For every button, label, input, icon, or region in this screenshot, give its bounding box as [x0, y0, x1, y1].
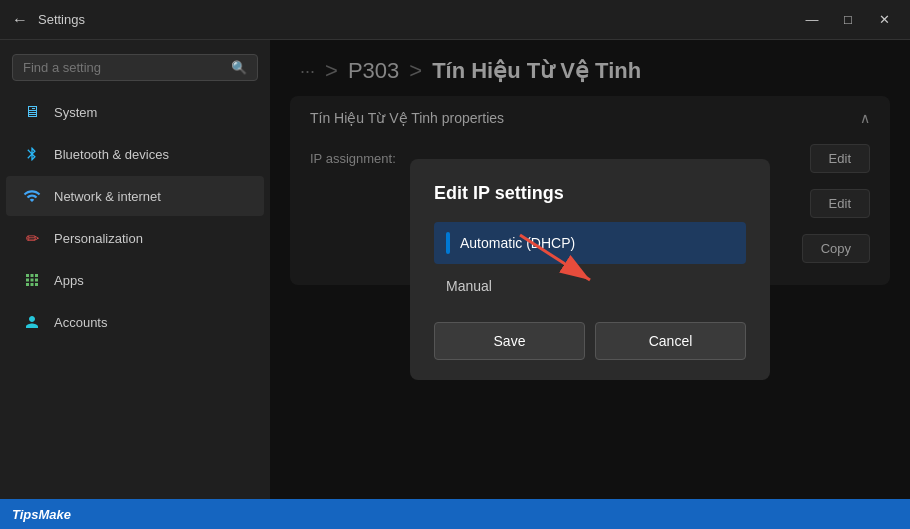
sidebar-item-system[interactable]: 🖥 System	[6, 92, 264, 132]
close-button[interactable]: ✕	[870, 9, 898, 31]
modal-option-automatic[interactable]: Automatic (DHCP)	[434, 222, 746, 264]
modal-save-button[interactable]: Save	[434, 322, 585, 360]
search-input[interactable]	[23, 60, 231, 75]
apps-icon	[22, 270, 42, 290]
back-button[interactable]: ←	[12, 11, 28, 29]
content-area: ··· > P303 > Tín Hiệu Từ Vệ Tinh Tín Hiệ…	[270, 40, 910, 499]
modal-cancel-button[interactable]: Cancel	[595, 322, 746, 360]
search-icon: 🔍	[231, 60, 247, 75]
brand-label: TipsMake	[12, 507, 71, 522]
modal-overlay: Edit IP settings Automatic (DHCP) Manual…	[270, 40, 910, 499]
app-title: Settings	[38, 12, 85, 27]
sidebar-item-bluetooth[interactable]: Bluetooth & devices	[6, 134, 264, 174]
modal-option-manual[interactable]: Manual	[434, 268, 746, 304]
sidebar-item-label-network: Network & internet	[54, 189, 161, 204]
personalization-icon: ✏	[22, 228, 42, 248]
minimize-button[interactable]: —	[798, 9, 826, 31]
sidebar-item-network[interactable]: Network & internet	[6, 176, 264, 216]
sidebar-item-label-accounts: Accounts	[54, 315, 107, 330]
edit-ip-modal: Edit IP settings Automatic (DHCP) Manual…	[410, 159, 770, 380]
sidebar-item-label-system: System	[54, 105, 97, 120]
maximize-button[interactable]: □	[834, 9, 862, 31]
modal-option-automatic-label: Automatic (DHCP)	[460, 235, 575, 251]
sidebar-item-personalization[interactable]: ✏ Personalization	[6, 218, 264, 258]
sidebar-item-label-bluetooth: Bluetooth & devices	[54, 147, 169, 162]
modal-option-manual-label: Manual	[446, 278, 492, 294]
sidebar: 🔍 🖥 System Bluetooth & devices Network &…	[0, 40, 270, 499]
system-icon: 🖥	[22, 102, 42, 122]
bluetooth-icon	[22, 144, 42, 164]
search-box[interactable]: 🔍	[12, 54, 258, 81]
sidebar-item-apps[interactable]: Apps	[6, 260, 264, 300]
main-layout: 🔍 🖥 System Bluetooth & devices Network &…	[0, 40, 910, 499]
sidebar-item-accounts[interactable]: Accounts	[6, 302, 264, 342]
modal-title: Edit IP settings	[434, 183, 746, 204]
sidebar-item-label-personalization: Personalization	[54, 231, 143, 246]
network-icon	[22, 186, 42, 206]
window-controls: — □ ✕	[798, 9, 898, 31]
accounts-icon	[22, 312, 42, 332]
sidebar-item-label-apps: Apps	[54, 273, 84, 288]
title-bar: ← Settings — □ ✕	[0, 0, 910, 40]
modal-footer: Save Cancel	[434, 322, 746, 360]
option-indicator-automatic	[446, 232, 450, 254]
bottom-bar: TipsMake	[0, 499, 910, 529]
